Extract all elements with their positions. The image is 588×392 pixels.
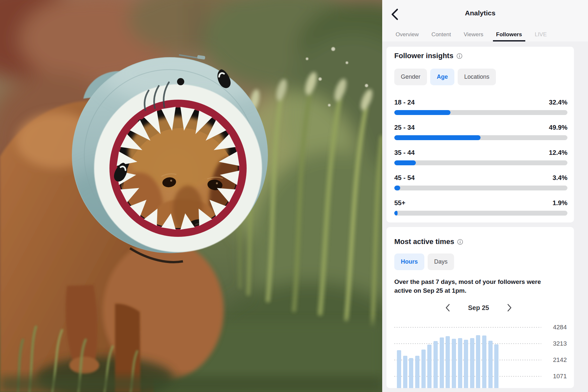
header: Analytics OverviewContentViewersFollower… bbox=[382, 0, 588, 41]
hour-bar-4pm bbox=[494, 344, 498, 388]
age-progress-fill bbox=[394, 160, 416, 165]
age-row: 18 - 2432.4% bbox=[394, 99, 567, 115]
next-day-button[interactable] bbox=[505, 303, 514, 312]
age-percentage-value: 49.9% bbox=[549, 124, 567, 131]
hour-bar-1pm bbox=[476, 335, 480, 388]
most-active-times-chip-days[interactable]: Days bbox=[428, 253, 454, 270]
most-active-times-card: Most active times HoursDays Over the pas… bbox=[386, 227, 574, 388]
age-range-label: 35 - 44 bbox=[394, 149, 415, 156]
age-range-label: 25 - 34 bbox=[394, 124, 415, 131]
y-axis-tick-label: 3213 bbox=[553, 340, 567, 347]
tab-overview[interactable]: Overview bbox=[396, 27, 419, 41]
tab-live[interactable]: LIVE bbox=[535, 27, 547, 41]
y-axis-tick-label: 4284 bbox=[553, 324, 567, 331]
follower-insights-filters: GenderAgeLocations bbox=[394, 69, 567, 85]
chevron-right-icon bbox=[507, 304, 512, 312]
age-progress-fill bbox=[394, 211, 398, 216]
hour-bar-10am bbox=[458, 338, 462, 388]
y-axis-tick-label: 1071 bbox=[553, 373, 567, 380]
tab-content[interactable]: Content bbox=[432, 27, 451, 41]
most-active-times-chip-hours[interactable]: Hours bbox=[394, 253, 424, 270]
age-progress-track bbox=[394, 211, 567, 216]
hour-bar-8am bbox=[446, 336, 450, 388]
hour-bar-1am bbox=[403, 356, 407, 388]
hour-bar-3pm bbox=[488, 341, 493, 388]
tab-bar: OverviewContentViewersFollowersLIVE bbox=[396, 27, 547, 41]
follower-insights-chip-locations[interactable]: Locations bbox=[458, 69, 496, 85]
follower-insights-card: Follower insights GenderAgeLocations 18 … bbox=[386, 47, 574, 222]
hour-bar-12pm bbox=[470, 338, 474, 388]
tab-followers[interactable]: Followers bbox=[496, 27, 522, 41]
hour-bar-5am bbox=[427, 345, 432, 388]
hour-bar-6am bbox=[433, 341, 438, 388]
hour-bar-12am bbox=[397, 350, 401, 388]
follower-insights-chip-gender[interactable]: Gender bbox=[394, 69, 427, 85]
age-range-label: 45 - 54 bbox=[394, 174, 415, 181]
age-progress-fill bbox=[394, 110, 450, 115]
chart-gridline bbox=[394, 327, 541, 328]
age-progress-fill bbox=[394, 186, 400, 190]
tab-viewers[interactable]: Viewers bbox=[464, 27, 483, 41]
hour-bar-2am bbox=[409, 358, 413, 388]
most-active-times-filters: HoursDays bbox=[394, 253, 567, 270]
activity-summary: Over the past 7 days, most of your follo… bbox=[394, 277, 559, 295]
age-range-label: 55+ bbox=[394, 199, 405, 206]
age-row: 25 - 3449.9% bbox=[394, 124, 567, 140]
content-area: Follower insights GenderAgeLocations 18 … bbox=[382, 41, 588, 392]
age-row: 55+1.9% bbox=[394, 199, 567, 216]
hour-bar-3am bbox=[415, 356, 419, 388]
page-title: Analytics bbox=[382, 9, 578, 17]
hourly-activity-chart: 4284321321421071 bbox=[394, 321, 567, 387]
age-percentage-value: 12.4% bbox=[549, 149, 567, 156]
age-range-label: 18 - 24 bbox=[394, 99, 415, 106]
date-label: Sep 25 bbox=[467, 304, 490, 312]
age-progress-track bbox=[394, 110, 567, 115]
age-percentage-value: 32.4% bbox=[549, 99, 567, 106]
y-axis-tick-label: 2142 bbox=[553, 356, 567, 364]
previous-day-button[interactable] bbox=[443, 303, 452, 312]
date-navigator: Sep 25 bbox=[394, 303, 563, 312]
chevron-left-icon bbox=[445, 304, 450, 312]
hour-bar-7am bbox=[440, 337, 444, 388]
analytics-panel: Analytics OverviewContentViewersFollower… bbox=[382, 0, 588, 392]
follower-insights-title: Follower insights bbox=[394, 52, 453, 60]
age-distribution-list: 18 - 2432.4%25 - 3449.9%35 - 4412.4%45 -… bbox=[394, 99, 567, 216]
age-percentage-value: 3.4% bbox=[552, 174, 567, 181]
dog-shark-photo bbox=[0, 0, 382, 392]
age-progress-fill bbox=[394, 135, 481, 140]
age-row: 45 - 543.4% bbox=[394, 174, 567, 190]
follower-insights-chip-age[interactable]: Age bbox=[430, 69, 454, 85]
age-progress-track bbox=[394, 160, 567, 165]
age-progress-track bbox=[394, 186, 567, 190]
hour-bar-2pm bbox=[482, 335, 486, 388]
hour-bar-11am bbox=[464, 340, 468, 388]
screenshot-root: Analytics OverviewContentViewersFollower… bbox=[0, 0, 588, 392]
info-icon[interactable] bbox=[456, 53, 463, 59]
age-progress-track bbox=[394, 135, 567, 140]
age-percentage-value: 1.9% bbox=[552, 199, 567, 206]
hour-bar-4am bbox=[421, 350, 426, 388]
most-active-times-title: Most active times bbox=[394, 237, 454, 246]
hour-bar-9am bbox=[452, 339, 456, 388]
tab-fade-overlay bbox=[573, 27, 588, 41]
age-row: 35 - 4412.4% bbox=[394, 149, 567, 165]
info-icon[interactable] bbox=[457, 239, 463, 245]
